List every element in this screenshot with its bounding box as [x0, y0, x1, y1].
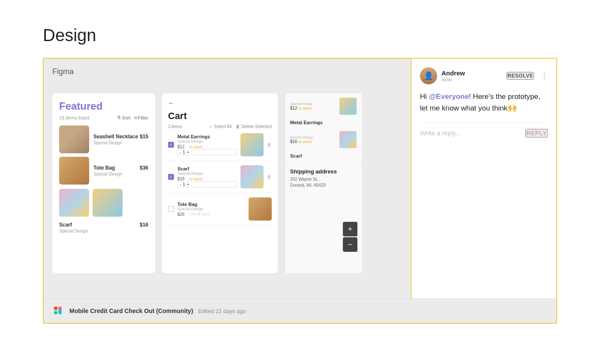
comment-author: Andrew — [441, 69, 502, 77]
featured-grid: Seashell Necklace $15 Special Design — [59, 125, 148, 233]
cart-item-brand: Special Design — [177, 139, 237, 143]
svg-point-5 — [58, 309, 62, 313]
comment-author-block: Andrew Now — [441, 69, 502, 83]
rp-item-category: Special Design — [290, 102, 336, 106]
comment-mention: @Everyone — [429, 92, 469, 101]
cart-item-checkbox[interactable] — [168, 206, 174, 212]
sort-icon: ⇅ — [117, 115, 121, 120]
shipping-section: Shipping address 202 Wayne St, Durand, M… — [285, 164, 362, 193]
featured-count: 18 items listed — [59, 115, 89, 120]
featured-item-info: Scarf $16 Special Design — [59, 222, 148, 233]
qty-minus[interactable]: - — [180, 182, 181, 187]
rp-item-image — [339, 98, 357, 115]
comment-body: Hi @Everyone! Here's the prototype, let … — [420, 91, 548, 114]
select-all-label: Select All — [214, 124, 231, 129]
qty-minus[interactable]: - — [180, 150, 181, 155]
reply-button[interactable]: REPLY — [525, 129, 548, 137]
cart-item-delete-icon[interactable]: 🗑 — [267, 142, 272, 147]
filter-icon: ⧈ — [134, 115, 137, 120]
cart-item-delete-icon[interactable]: 🗑 — [267, 174, 272, 179]
main-card: Figma Featured 18 items listed ⇅ — [43, 58, 557, 324]
figma-label: Figma — [52, 67, 402, 76]
qty-plus[interactable]: + — [187, 182, 189, 187]
cart-item-name: Metal Earrings — [177, 134, 237, 139]
cart-item-name: Tote Bag — [177, 202, 245, 207]
cart-item-checkbox[interactable]: ✓ — [168, 142, 174, 148]
svg-rect-0 — [54, 307, 57, 310]
featured-meta: 18 items listed ⇅ Sort ⧈ Filter — [59, 115, 148, 120]
cart-item: ✓ Metal Earrings Special Design $12 · In… — [168, 133, 272, 161]
list-item: Special Design $12 In stock — [290, 98, 357, 115]
cart-item-name: Scarf — [177, 166, 237, 171]
cart-item-stock: · In stock — [187, 145, 203, 149]
rp-item-image — [339, 131, 357, 148]
footer-edited: Edited 22 days ago — [198, 308, 246, 314]
page-title: Design — [43, 26, 557, 45]
cart-item-checkbox[interactable]: ✓ — [168, 174, 174, 180]
featured-item-brand: Special Design — [93, 140, 148, 145]
card-body: Figma Featured 18 items listed ⇅ — [44, 59, 556, 298]
cart-item-stock: · In stock — [187, 177, 203, 181]
comment-time: Now — [441, 77, 502, 83]
rp-item-category: Special Design — [290, 135, 336, 139]
rp-item-info: Special Design $12 In stock — [290, 102, 336, 110]
footer-file-name: Mobile Credit Card Check Out (Community) — [69, 307, 193, 314]
cart-item-qty[interactable]: - 1 + — [177, 149, 237, 155]
cart-select-all[interactable]: ✓ Select All — [209, 124, 231, 129]
featured-item-info: Seashell Necklace $15 Special Design — [93, 134, 148, 145]
featured-item-name: Scarf — [59, 222, 72, 228]
cart-item-image — [240, 133, 264, 156]
zoom-in-button[interactable]: + — [343, 222, 357, 236]
featured-sort[interactable]: ⇅ Sort — [117, 115, 130, 120]
featured-item-image — [93, 189, 123, 217]
featured-filters: ⇅ Sort ⧈ Filter — [117, 115, 148, 120]
comment-header: 👤 Andrew Now RESOLVE ⋮ — [420, 67, 548, 84]
qty-value: 1 — [183, 182, 185, 187]
comment-panel: 👤 Andrew Now RESOLVE ⋮ Hi @Everyone! Her… — [411, 59, 556, 298]
cart-back-icon[interactable]: ← — [168, 99, 272, 107]
featured-item-row: Seashell Necklace $15 — [93, 134, 148, 140]
shipping-title: Shipping address — [290, 168, 357, 175]
cart-item-info: Scarf Special Design $16 · In stock - 1 — [177, 166, 237, 188]
resolve-button[interactable]: RESOLVE — [507, 72, 534, 80]
cart-item-stock: · Out of stock — [187, 212, 210, 216]
rp-in-stock: In stock — [298, 106, 312, 110]
filter-label: Filter — [138, 115, 148, 120]
cart-item-info: Tote Bag Special Design $26 · Out of sto… — [177, 202, 245, 217]
avatar: 👤 — [420, 67, 437, 84]
reply-placeholder[interactable]: Write a reply... — [420, 129, 461, 137]
cart-item-price: $16 — [177, 176, 185, 181]
zoom-controls: + − — [343, 222, 357, 252]
cart-item-price: $26 — [177, 212, 185, 217]
cart-item-image — [240, 165, 264, 188]
featured-item-brand: Special Design — [93, 172, 148, 176]
shipping-line1: 202 Wayne St, — [290, 177, 318, 182]
figma-file-icon — [52, 305, 64, 317]
right-panel-items: Special Design $12 In stock Metal Earrin… — [285, 93, 362, 164]
featured-item-price: $36 — [140, 165, 148, 171]
list-item: Tote Bag $36 Special Design — [59, 157, 148, 185]
cart-actions: ✓ Select All 🗑 Delete Selected — [209, 124, 272, 129]
list-item: Scarf $16 Special Design — [59, 222, 148, 233]
comment-text-pre: Hi — [420, 92, 429, 101]
rp-item-name: Scarf — [290, 153, 357, 158]
featured-item-row: Scarf $16 — [59, 222, 148, 228]
comment-emoji: 🙌 — [507, 104, 517, 112]
featured-item-image — [59, 125, 89, 153]
rp-item-info: Special Design $16 In stock — [290, 135, 336, 144]
cart-delete-selected[interactable]: 🗑 Delete Selected — [236, 124, 272, 129]
cart-item-image — [249, 197, 272, 221]
screen-cart: ← Cart 3 items ✓ Select All — [162, 93, 278, 273]
qty-plus[interactable]: + — [187, 150, 189, 155]
cart-title: Cart — [168, 110, 272, 122]
featured-item-name: Seashell Necklace — [93, 134, 138, 140]
cart-item-price-row: $12 · In stock — [177, 144, 237, 149]
cart-item-qty[interactable]: - 1 + — [177, 181, 237, 188]
delete-label: Delete Selected — [241, 124, 272, 129]
featured-item-info: Tote Bag $36 Special Design — [93, 165, 148, 176]
zoom-out-button[interactable]: − — [343, 237, 357, 252]
more-options-icon[interactable]: ⋮ — [541, 72, 548, 80]
featured-filter[interactable]: ⧈ Filter — [134, 115, 148, 120]
rp-item-name: Metal Earrings — [290, 120, 357, 125]
cart-item-brand: Special Design — [177, 207, 245, 211]
